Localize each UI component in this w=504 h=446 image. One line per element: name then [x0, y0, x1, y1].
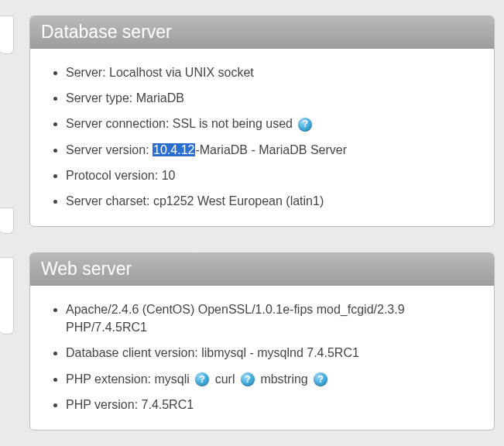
help-icon[interactable]: ?: [195, 372, 209, 386]
label: Server charset:: [66, 194, 149, 208]
list-item: Database client version: libmysql - mysq…: [66, 340, 480, 365]
value: Localhost via UNIX socket: [109, 66, 254, 79]
label: Server:: [66, 66, 106, 79]
value: -MariaDB - MariaDB Server: [195, 143, 347, 156]
label: Server type:: [66, 91, 132, 105]
label: PHP extension:: [66, 372, 151, 386]
panel-body: Server: Localhost via UNIX socket Server…: [30, 49, 494, 226]
value: SSL is not being used: [173, 117, 293, 130]
highlighted-text: 10.4.12: [153, 143, 195, 156]
panel-title: Web server: [30, 253, 494, 286]
list-item: Server type: MariaDB: [66, 85, 480, 111]
label: Server version:: [66, 143, 149, 156]
database-server-panel: Database server Server: Localhost via UN…: [29, 15, 495, 227]
label: Database client version:: [66, 346, 198, 359]
label: PHP version:: [66, 398, 138, 411]
help-icon[interactable]: ?: [314, 372, 327, 386]
list-item: Protocol version: 10: [66, 163, 480, 188]
list-item: Server connection: SSL is not being used…: [66, 111, 480, 136]
value: mysqli: [154, 372, 189, 386]
value: mbstring: [260, 372, 307, 386]
value: MariaDB: [136, 91, 184, 105]
help-icon[interactable]: ?: [241, 372, 255, 386]
label: Server connection:: [66, 117, 169, 130]
list-item: PHP extension: mysqli ? curl ? mbstring …: [66, 366, 480, 392]
value: libmysql - mysqlnd 7.4.5RC1: [201, 346, 359, 359]
value: cp1252 West European (latin1): [153, 194, 324, 208]
adjacent-panel-stub: [0, 208, 14, 234]
panel-title: Database server: [30, 16, 494, 49]
list-item: Server version: 10.4.12-MariaDB - MariaD…: [66, 137, 480, 163]
value: curl: [215, 372, 235, 386]
list-item: PHP version: 7.4.5RC1: [66, 392, 480, 417]
list-item: Apache/2.4.6 (CentOS) OpenSSL/1.0.1e-fip…: [66, 297, 480, 340]
help-icon[interactable]: ?: [298, 118, 312, 132]
value: Apache/2.4.6 (CentOS) OpenSSL/1.0.1e-fip…: [66, 303, 405, 334]
value: 10: [162, 169, 176, 182]
adjacent-panel-stub: [0, 257, 14, 334]
label: Protocol version:: [66, 169, 158, 182]
adjacent-panel-stub: [0, 15, 14, 54]
list-item: Server: Localhost via UNIX socket: [66, 60, 480, 85]
list-item: Server charset: cp1252 West European (la…: [66, 188, 480, 214]
web-server-panel: Web server Apache/2.4.6 (CentOS) OpenSSL…: [29, 252, 495, 431]
panel-body: Apache/2.4.6 (CentOS) OpenSSL/1.0.1e-fip…: [30, 286, 494, 430]
value: 7.4.5RC1: [142, 398, 194, 411]
